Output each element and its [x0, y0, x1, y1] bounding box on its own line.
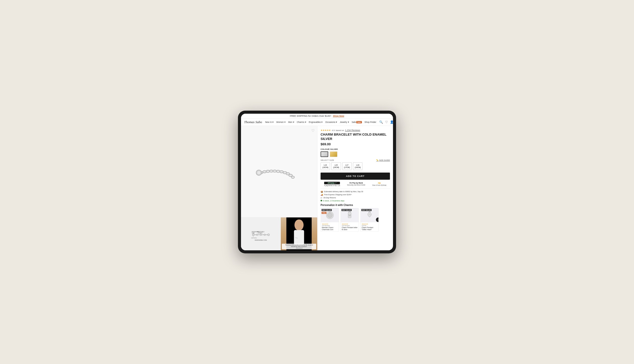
afterpay-detail: 4 payments of $17.25	[324, 185, 340, 186]
svg-point-28	[295, 219, 304, 231]
nav-charms[interactable]: Charms ▾	[297, 121, 306, 123]
colour-swatch-gold[interactable]	[330, 151, 337, 157]
diagram-label-coin: ENGRAVABLE COIN	[255, 239, 267, 241]
shop-now-link[interactable]: Shop Now	[333, 115, 344, 117]
charms-next-button[interactable]: ›	[376, 217, 379, 222]
product-thumbnail-diagram[interactable]: ENGRAVABLE COIN ADJUSTABLE LENGTH SUPPOR…	[241, 217, 281, 250]
quote-overlay: "Stunning craftsmanship and perfect fit—…	[282, 244, 316, 249]
rating-reviews-link[interactable]: 1,234 Reviews	[345, 129, 360, 132]
charm-name-2: Charm Pendant letter M silver	[342, 227, 358, 231]
right-panel: ★★★★★ 4.9 based on 1,234 Reviews CHARM B…	[318, 126, 393, 250]
colour-selected: SILVER	[330, 148, 338, 150]
pay-by-bank-detail: Securely via Direct Debit	[347, 184, 365, 186]
charm-rating-3: ★★★★★	[362, 223, 377, 225]
charm-name-1: Member Charm Charmista Coin	[322, 227, 338, 231]
svg-point-12	[257, 171, 260, 174]
zip-option[interactable]: zip Own it from $10/wk	[372, 182, 387, 186]
left-panel: ♡	[241, 126, 318, 250]
nav-engravables[interactable]: Engravables ▾	[309, 121, 323, 123]
svg-point-4	[273, 170, 276, 172]
returns-text: 30-Day Returns	[323, 197, 336, 199]
nav-bar: Thomas Sabo New In ▾ Women ▾ Men ▾ Charm…	[241, 119, 393, 126]
charm-rating-1: ★★★★★	[322, 223, 338, 225]
size-label: SELECT SIZE	[321, 159, 334, 161]
charm-card-3[interactable]: BEST SELLER ★★★★★	[360, 208, 379, 232]
nav-shop-finder[interactable]: Shop Finder	[364, 121, 376, 123]
nav-logo[interactable]: Thomas Sabo	[244, 120, 262, 124]
size-l13[interactable]: L13(13CM)	[321, 162, 330, 170]
nav-occasions[interactable]: Occasions ▾	[325, 121, 337, 123]
svg-text:SUPPORTS: SUPPORTS	[251, 237, 257, 239]
charm-name-3: Charm Pendant "Glitter Heart"	[362, 227, 377, 231]
colour-swatch-silver[interactable]	[321, 151, 328, 157]
charm-info-2: ★★★★★ 123 Reviews Charm Pendant letter M…	[341, 222, 359, 231]
charm-reviews-1: 123 Reviews	[322, 225, 338, 226]
svg-point-1	[263, 171, 266, 173]
nav-men[interactable]: Men ▾	[288, 121, 294, 123]
charms-wrapper: BEST SELLER FREE	[321, 208, 390, 232]
star-rating: ★★★★★	[321, 129, 331, 132]
charm-info-3: ★★★★★ 123 Re... Charm Pendant "Glitter H…	[361, 222, 378, 231]
shipping-text: Free Express Shipping over $149+	[324, 194, 352, 196]
svg-point-10	[291, 176, 294, 178]
wishlist-heart-icon[interactable]: ♡	[311, 128, 315, 133]
banner-text: FREE SHIPPING for Orders Over $149+	[290, 115, 331, 117]
quote-text: "Stunning craftsmanship and perfect fit—…	[283, 244, 315, 247]
product-title: CHARM BRACELET WITH COLD ENAMEL SILVER	[321, 133, 390, 141]
size-l19[interactable]: L19(19CM)	[353, 162, 362, 170]
tablet-frame: FREE SHIPPING for Orders Over $149+ Shop…	[238, 111, 396, 253]
personalize-title: Personalize it with Charms	[321, 204, 390, 206]
nav-new-in[interactable]: New In ▾	[265, 121, 274, 123]
pay-by-bank-option[interactable]: VU Pay by Bank Securely via Direct Debit	[347, 182, 365, 186]
wishlist-icon[interactable]: ♡	[385, 120, 388, 124]
nav-icons: 🔍 ♡ 👤 🛍	[379, 120, 393, 124]
shipping-icon: 🚚	[321, 194, 323, 196]
nav-sale[interactable]: Sale Sale	[352, 121, 362, 123]
svg-point-2	[266, 170, 270, 173]
main-content: ♡	[241, 126, 393, 250]
nav-jewelry[interactable]: Jewelry ▾	[340, 121, 349, 123]
add-to-cart-button[interactable]: ADD TO CART	[321, 173, 390, 180]
afterpay-option[interactable]: afterpay ✓ 4 payments of $17.25	[324, 182, 340, 186]
delivery-info: 📦 Estimated delivery date to 90892 by Mo…	[321, 191, 390, 193]
returns-info: ↩ 30-Day Returns	[321, 197, 390, 199]
stock-text: In stock, 1-5 business days	[323, 200, 344, 202]
charm-badge-2: BEST SELLER	[341, 209, 352, 211]
charm-card-1[interactable]: BEST SELLER FREE	[321, 208, 339, 232]
svg-text:LENGTH: LENGTH	[258, 232, 262, 234]
top-banner: FREE SHIPPING for Orders Over $149+ Shop…	[241, 114, 393, 119]
size-row-header: SELECT SIZE 📏 SIZE GUIDE	[321, 159, 390, 161]
returns-icon: ↩	[321, 197, 322, 199]
svg-point-3	[269, 170, 273, 172]
stock-dot	[321, 200, 322, 201]
personalize-section: Personalize it with Charms BEST SELLER F…	[321, 204, 390, 232]
quote-author: - Berry parent	[283, 248, 315, 249]
stock-indicator: In stock, 1-5 business days	[321, 200, 390, 202]
pay-by-bank-logo: VU Pay by Bank	[347, 182, 365, 184]
product-thumbnail-photo[interactable]: "Stunning craftsmanship and perfect fit—…	[281, 217, 317, 250]
svg-point-17	[264, 234, 265, 236]
search-icon[interactable]: 🔍	[379, 120, 383, 124]
delivery-icon: 📦	[321, 191, 323, 193]
size-guide-link[interactable]: 📏 SIZE GUIDE	[376, 159, 390, 161]
nav-women[interactable]: Women ▾	[276, 121, 286, 123]
product-main-image: ♡	[241, 126, 317, 217]
zip-logo: zip	[372, 182, 387, 184]
rating-based: based on	[336, 129, 344, 132]
charm-card-2[interactable]: BEST SELLER M	[340, 208, 359, 232]
charm-reviews-2: 123 Reviews	[342, 225, 358, 226]
afterpay-logo: afterpay ✓	[324, 182, 340, 184]
charm-badge-3: BEST SELLER	[361, 209, 372, 211]
svg-point-6	[280, 171, 283, 173]
size-l17[interactable]: L17(17CM)	[342, 162, 352, 170]
svg-point-18	[268, 234, 270, 236]
svg-point-16	[260, 234, 262, 236]
svg-point-32	[327, 213, 332, 218]
zip-detail: Own it from $10/wk	[372, 184, 387, 186]
charm-reviews-3: 123 Re...	[362, 225, 377, 226]
size-l15[interactable]: L15(15CM)	[331, 162, 341, 170]
sale-badge: Sale	[356, 121, 362, 123]
rating-value: 4.9	[332, 129, 335, 132]
account-icon[interactable]: 👤	[390, 120, 393, 124]
nav-links: New In ▾ Women ▾ Men ▾ Charms ▾ Engravab…	[265, 121, 376, 123]
